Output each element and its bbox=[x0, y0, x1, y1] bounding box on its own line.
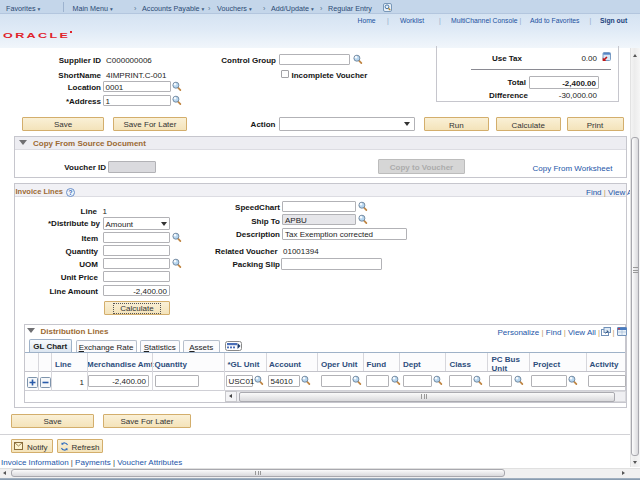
svg-text:?: ? bbox=[68, 188, 72, 195]
